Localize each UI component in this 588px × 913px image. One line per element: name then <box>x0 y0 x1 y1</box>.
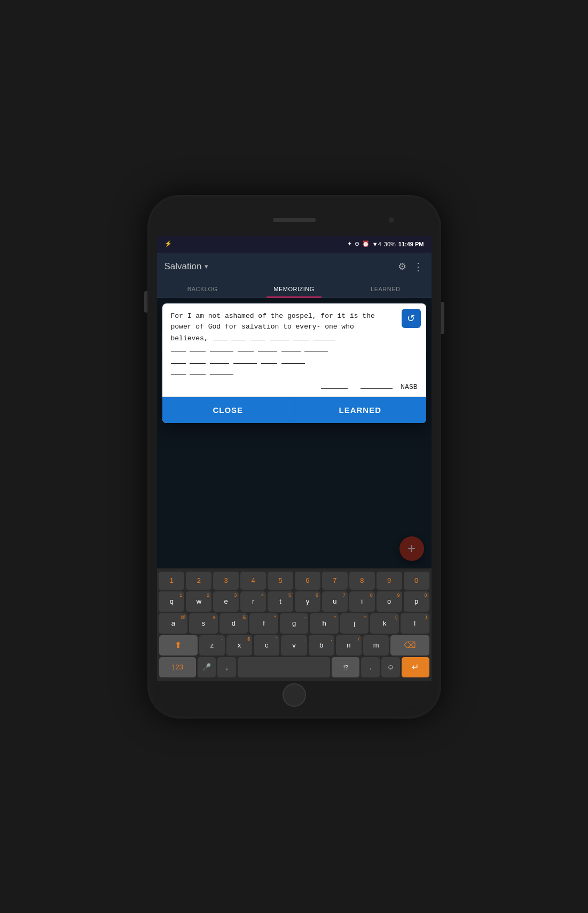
blank-1 <box>213 333 228 340</box>
kb-numbers-key[interactable]: 123 <box>159 657 196 677</box>
top-bezel <box>157 205 432 236</box>
blank-17 <box>233 356 257 364</box>
kb-key-w[interactable]: 2w <box>186 591 211 612</box>
kb-key-b[interactable]: ;b <box>309 635 334 656</box>
verse-text: For I am not ashamed of the gospel, for … <box>171 311 418 380</box>
speaker-grille <box>273 218 316 222</box>
kb-key-8[interactable]: 8 <box>349 572 375 590</box>
blank-6 <box>313 333 335 340</box>
kb-key-0[interactable]: 0 <box>404 572 429 590</box>
battery-percent: 30% <box>384 241 396 247</box>
home-button[interactable] <box>283 683 306 707</box>
kb-comma-key[interactable]: , <box>217 657 236 677</box>
verse-reference: NASB <box>171 381 418 391</box>
kb-key-t[interactable]: 5t <box>268 591 293 612</box>
kb-key-x[interactable]: $x <box>226 635 252 656</box>
kb-key-l[interactable]: )l <box>401 613 429 634</box>
blank-18 <box>261 356 277 364</box>
kb-key-c[interactable]: "c <box>254 635 279 656</box>
blank-8 <box>190 345 206 352</box>
blank-2 <box>231 333 246 340</box>
kb-shift-key[interactable]: ⬆ <box>159 635 198 656</box>
alarm-icon: ⏰ <box>362 240 370 247</box>
kb-row-3: ⬆ -z $x "c :v ;b /n m ⌫ <box>159 635 429 656</box>
kb-key-r[interactable]: 4r <box>240 591 266 612</box>
kb-key-i[interactable]: 8i <box>349 591 375 612</box>
kb-key-5[interactable]: 5 <box>268 572 293 590</box>
blank-10 <box>238 345 254 352</box>
kb-key-o[interactable]: 9o <box>377 591 402 612</box>
verse-dialog: ↺ For I am not ashamed of the gospel, fo… <box>162 303 426 424</box>
blank-12 <box>281 345 301 352</box>
status-right-icons: ✦ ⊖ ⏰ ▼4 30% 11:49 PM <box>347 240 424 247</box>
kb-key-6[interactable]: 6 <box>295 572 320 590</box>
kb-key-2[interactable]: 2 <box>186 572 211 590</box>
kb-key-u[interactable]: 7u <box>322 591 348 612</box>
kb-key-4[interactable]: 4 <box>240 572 266 590</box>
keyboard[interactable]: 1 2 3 4 5 6 7 8 9 0 1q 2w 3e 4r 5t 6y 7u… <box>157 568 432 681</box>
kb-backspace-key[interactable]: ⌫ <box>390 635 429 656</box>
kb-key-y[interactable]: 6y <box>295 591 320 612</box>
kb-key-f[interactable]: *f <box>249 613 278 634</box>
content-area: Date Created: Mar 24, '17 done in righte… <box>157 298 432 568</box>
blank-7 <box>171 345 186 352</box>
kb-mic-key[interactable]: 🎤 <box>198 657 216 677</box>
dialog-body: ↺ For I am not ashamed of the gospel, fo… <box>162 303 426 397</box>
kb-key-e[interactable]: 3e <box>213 591 239 612</box>
blank-13 <box>304 345 328 352</box>
kb-key-m[interactable]: m <box>363 635 389 656</box>
kb-key-j[interactable]: =j <box>340 613 369 634</box>
kb-key-q[interactable]: 1q <box>159 591 184 612</box>
tab-memorizing[interactable]: MEMORIZING <box>248 280 340 298</box>
kb-row-1: 1q 2w 3e 4r 5t 6y 7u 8i 9o 0p <box>159 591 429 612</box>
kb-key-k[interactable]: (k <box>370 613 399 634</box>
app-title-text: Salvation <box>164 261 202 272</box>
kb-bottom-row: 123 🎤 , !? . ☺ ↵ <box>159 657 429 677</box>
close-button[interactable]: CLOSE <box>162 397 295 423</box>
blank-4 <box>270 333 289 340</box>
kb-key-h[interactable]: +h <box>310 613 339 634</box>
power-button[interactable] <box>441 302 444 334</box>
kb-key-a[interactable]: @a <box>159 613 187 634</box>
kb-key-v[interactable]: :v <box>281 635 307 656</box>
kb-key-3[interactable]: 3 <box>213 572 239 590</box>
app-title-area[interactable]: Salvation ▾ <box>164 261 398 272</box>
kb-key-9[interactable]: 9 <box>377 572 402 590</box>
kb-key-n[interactable]: /n <box>336 635 362 656</box>
volume-button[interactable] <box>144 291 147 313</box>
kb-emoji-key[interactable]: ☺ <box>381 657 400 677</box>
kb-period-key[interactable]: . <box>361 657 380 677</box>
kb-key-7[interactable]: 7 <box>322 572 348 590</box>
blank-22 <box>210 368 233 375</box>
kb-number-row: 1 2 3 4 5 6 7 8 9 0 <box>159 572 429 590</box>
kb-key-z[interactable]: -z <box>199 635 225 656</box>
app-bar: Salvation ▾ ⚙ ⋮ <box>157 253 432 280</box>
blank-19 <box>281 356 305 364</box>
learned-button[interactable]: LEARNED <box>294 397 426 423</box>
flash-icon: ⚡ <box>164 240 172 247</box>
refresh-button[interactable]: ↺ <box>402 309 421 328</box>
blank-5 <box>293 333 309 340</box>
blank-9 <box>210 345 233 352</box>
status-left-icons: ⚡ <box>164 240 172 247</box>
kb-key-d[interactable]: &d <box>219 613 248 634</box>
ref-blank-1 <box>321 381 348 389</box>
kb-special-chars-key[interactable]: !? <box>332 657 359 677</box>
mute-icon: ⊖ <box>355 240 359 247</box>
dropdown-arrow-icon[interactable]: ▾ <box>205 262 208 270</box>
kb-enter-key[interactable]: ↵ <box>402 657 429 677</box>
tab-backlog[interactable]: BACKLOG <box>157 280 248 298</box>
kb-key-s[interactable]: #s <box>189 613 218 634</box>
more-options-icon[interactable]: ⋮ <box>413 260 424 273</box>
kb-key-1[interactable]: 1 <box>159 572 184 590</box>
kb-key-g[interactable]: -g <box>280 613 309 634</box>
blank-20 <box>171 368 186 375</box>
tab-learned[interactable]: LEARNED <box>340 280 431 298</box>
ref-blank-2 <box>360 381 393 389</box>
dialog-buttons: CLOSE LEARNED <box>162 396 426 423</box>
kb-key-p[interactable]: 0p <box>404 591 429 612</box>
settings-icon[interactable]: ⚙ <box>398 261 406 272</box>
blank-15 <box>190 356 206 364</box>
kb-space-key[interactable] <box>238 657 330 677</box>
kb-row-2: @a #s &d *f -g +h =j (k )l <box>159 613 429 634</box>
